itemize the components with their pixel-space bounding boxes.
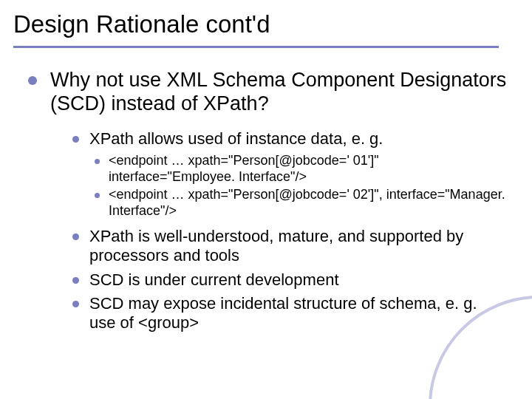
bullet-icon [72,233,79,240]
slide: Design Rationale cont'd Why not use XML … [0,0,532,399]
bullet-level3: <endpoint … xpath="Person[@jobcode=' 02'… [95,187,507,219]
level3-text: <endpoint … xpath="Person[@jobcode=' 02'… [109,187,507,219]
bullet-icon [72,277,79,284]
bullet-level2: XPath is well-understood, mature, and su… [72,227,507,266]
bullet-level1: Why not use XML Schema Component Designa… [28,69,507,116]
level2-text: XPath allows used of instance data, e. g… [89,129,383,149]
level2-text: SCD is under current development [89,270,339,290]
level2-text: XPath is well-understood, mature, and su… [89,227,507,266]
bullet-level2: XPath allows used of instance data, e. g… [72,129,507,149]
level3-text: <endpoint … xpath="Person[@jobcode=' 01'… [109,153,507,185]
slide-title: Design Rationale cont'd [13,10,532,38]
bullet-icon [95,159,100,164]
level2-group: XPath allows used of instance data, e. g… [72,129,507,333]
level3-group: <endpoint … xpath="Person[@jobcode=' 01'… [95,153,507,219]
bullet-icon [95,193,100,198]
bullet-level2: SCD may expose incidental structure of s… [72,294,507,333]
title-block: Design Rationale cont'd [0,0,532,38]
bullet-icon [28,76,37,85]
level1-text: Why not use XML Schema Component Designa… [50,69,507,116]
bullet-icon [72,136,79,143]
content-area: Why not use XML Schema Component Designa… [0,48,532,333]
bullet-level2: SCD is under current development [72,270,507,290]
bullet-icon [72,301,79,307]
bullet-level3: <endpoint … xpath="Person[@jobcode=' 01'… [95,153,507,185]
level2-text: SCD may expose incidental structure of s… [89,294,507,333]
